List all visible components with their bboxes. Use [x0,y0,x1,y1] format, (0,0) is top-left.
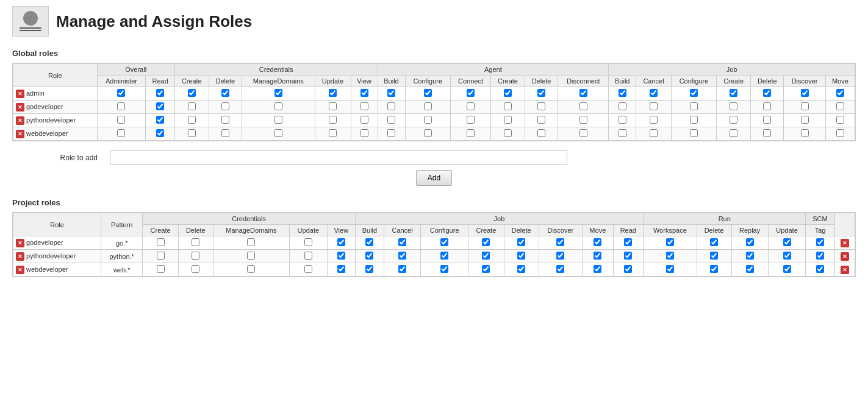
permission-checkbox[interactable] [594,238,601,246]
permission-checkbox[interactable] [624,265,632,273]
permission-checkbox[interactable] [710,252,718,260]
permission-checkbox[interactable] [467,102,475,110]
permission-checkbox[interactable] [188,116,196,124]
permission-checkbox[interactable] [556,238,564,246]
permission-checkbox[interactable] [836,89,844,97]
permission-checkbox[interactable] [746,265,754,273]
permission-checkbox[interactable] [690,129,698,137]
permission-checkbox[interactable] [666,238,674,246]
permission-checkbox[interactable] [517,252,525,260]
permission-checkbox[interactable] [504,116,512,124]
permission-checkbox[interactable] [424,116,432,124]
permission-checkbox[interactable] [690,102,698,110]
permission-checkbox[interactable] [801,89,809,97]
delete-icon[interactable]: ✕ [16,130,24,138]
permission-checkbox[interactable] [304,238,312,246]
permission-checkbox[interactable] [157,238,165,246]
permission-checkbox[interactable] [156,102,164,110]
permission-checkbox[interactable] [387,89,395,97]
permission-checkbox[interactable] [650,129,658,137]
permission-checkbox[interactable] [329,116,337,124]
delete-icon[interactable]: ✕ [841,239,849,247]
delete-icon[interactable]: ✕ [16,103,24,111]
permission-checkbox[interactable] [337,252,345,260]
permission-checkbox[interactable] [387,116,395,124]
add-button[interactable]: Add [416,170,452,186]
permission-checkbox[interactable] [579,116,587,124]
permission-checkbox[interactable] [365,265,373,273]
permission-checkbox[interactable] [579,89,587,97]
permission-checkbox[interactable] [537,89,545,97]
delete-icon[interactable]: ✕ [16,116,24,125]
permission-checkbox[interactable] [763,102,771,110]
permission-checkbox[interactable] [556,265,564,273]
permission-checkbox[interactable] [274,129,282,137]
permission-checkbox[interactable] [304,265,312,273]
permission-checkbox[interactable] [192,265,199,273]
delete-icon[interactable]: ✕ [16,239,24,247]
permission-checkbox[interactable] [579,102,587,110]
permission-checkbox[interactable] [156,129,164,137]
permission-checkbox[interactable] [710,238,718,246]
permission-checkbox[interactable] [619,129,626,137]
permission-checkbox[interactable] [482,238,490,246]
permission-checkbox[interactable] [424,89,432,97]
permission-checkbox[interactable] [783,252,791,260]
permission-checkbox[interactable] [482,252,490,260]
permission-checkbox[interactable] [337,265,345,273]
permission-checkbox[interactable] [836,102,844,110]
permission-checkbox[interactable] [221,89,229,97]
permission-checkbox[interactable] [650,102,658,110]
permission-checkbox[interactable] [156,116,164,124]
delete-icon[interactable]: ✕ [16,266,24,274]
delete-icon[interactable]: ✕ [16,252,24,261]
permission-checkbox[interactable] [467,89,475,97]
permission-checkbox[interactable] [188,89,196,97]
permission-checkbox[interactable] [836,129,844,137]
permission-checkbox[interactable] [504,102,512,110]
permission-checkbox[interactable] [517,265,525,273]
permission-checkbox[interactable] [619,89,626,97]
permission-checkbox[interactable] [666,252,674,260]
permission-checkbox[interactable] [360,89,368,97]
permission-checkbox[interactable] [467,129,475,137]
permission-checkbox[interactable] [746,238,754,246]
permission-checkbox[interactable] [537,102,545,110]
delete-icon[interactable]: ✕ [841,266,849,274]
permission-checkbox[interactable] [329,102,337,110]
permission-checkbox[interactable] [690,89,698,97]
permission-checkbox[interactable] [594,265,601,273]
permission-checkbox[interactable] [650,116,658,124]
permission-checkbox[interactable] [801,116,809,124]
permission-checkbox[interactable] [387,129,395,137]
permission-checkbox[interactable] [192,238,199,246]
permission-checkbox[interactable] [274,89,282,97]
permission-checkbox[interactable] [801,102,809,110]
permission-checkbox[interactable] [221,116,229,124]
permission-checkbox[interactable] [188,129,196,137]
permission-checkbox[interactable] [221,129,229,137]
permission-checkbox[interactable] [247,265,255,273]
permission-checkbox[interactable] [816,265,824,273]
permission-checkbox[interactable] [763,89,771,97]
permission-checkbox[interactable] [188,102,196,110]
permission-checkbox[interactable] [360,116,368,124]
permission-checkbox[interactable] [504,129,512,137]
permission-checkbox[interactable] [482,265,490,273]
permission-checkbox[interactable] [247,238,255,246]
permission-checkbox[interactable] [329,89,337,97]
permission-checkbox[interactable] [424,102,432,110]
permission-checkbox[interactable] [192,252,199,260]
permission-checkbox[interactable] [337,238,345,246]
permission-checkbox[interactable] [221,102,229,110]
permission-checkbox[interactable] [690,116,698,124]
permission-checkbox[interactable] [579,129,587,137]
permission-checkbox[interactable] [329,129,337,137]
permission-checkbox[interactable] [801,129,809,137]
permission-checkbox[interactable] [424,129,432,137]
permission-checkbox[interactable] [157,252,165,260]
permission-checkbox[interactable] [467,116,475,124]
permission-checkbox[interactable] [710,265,718,273]
permission-checkbox[interactable] [783,238,791,246]
permission-checkbox[interactable] [156,89,164,97]
